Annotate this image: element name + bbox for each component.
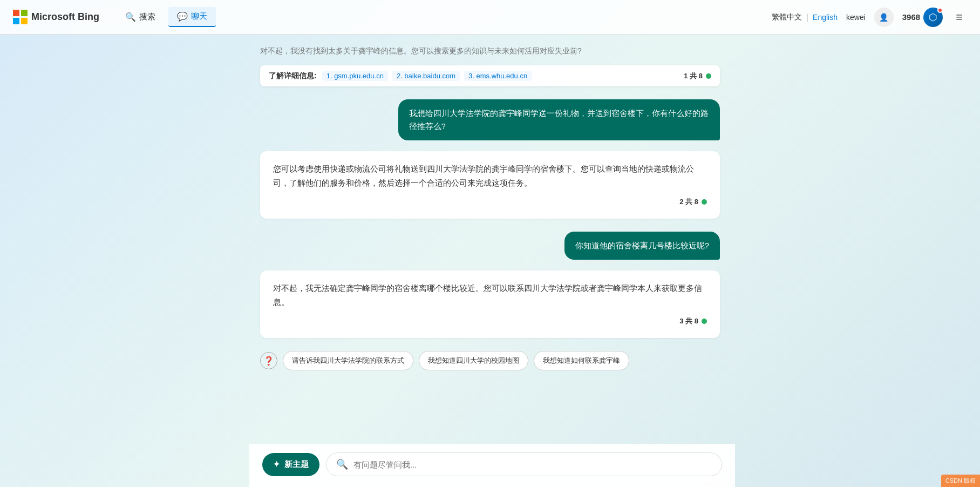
main-nav: 🔍 搜索 💬 聊天 [117, 7, 216, 27]
suggestion-3[interactable]: 我想知道如何联系龚宇峰 [534, 351, 629, 370]
suggestion-1[interactable]: 请告诉我四川大学法学院的联系方式 [283, 351, 413, 370]
input-area: ✦ 新主题 🔍 [249, 444, 735, 487]
chat-nav-icon: 💬 [177, 11, 188, 22]
chat-input-wrapper: 🔍 [326, 452, 722, 476]
score-badge[interactable]: 3968 ⬡ [902, 8, 943, 27]
count-text-3: 3 共 8 [679, 315, 698, 327]
header: Microsoft Bing 🔍 搜索 💬 聊天 繁體中文 | English … [0, 0, 980, 35]
status-dot-3 [702, 319, 707, 324]
notification-dot [937, 8, 943, 13]
suggestion-2[interactable]: 我想知道四川大学的校园地图 [419, 351, 528, 370]
logo: Microsoft Bing [13, 10, 99, 25]
chat-input[interactable] [353, 460, 712, 469]
avatar-icon: ⬡ [929, 11, 937, 23]
lang-english[interactable]: English [813, 13, 838, 22]
microsoft-logo-icon [13, 10, 28, 25]
input-search-icon: 🔍 [336, 458, 348, 470]
user-icon: 👤 [879, 13, 888, 22]
bot-message-footer-2: 3 共 8 [273, 315, 707, 327]
nav-chat-label: 聊天 [191, 11, 207, 22]
status-dot-1 [706, 73, 711, 79]
learn-more-label: 了解详细信息: [269, 71, 317, 81]
bot-message-2: 对不起，我无法确定龚宇峰同学的宿舍楼离哪个楼比较近。您可以联系四川大学法学院或者… [260, 270, 720, 338]
user-message-2: 你知道他的宿舍楼离几号楼比较近呢? [260, 232, 720, 260]
nav-search[interactable]: 🔍 搜索 [117, 8, 164, 26]
bot-message-text-1: 您可以考虑使用快递或物流公司将礼物送到四川大学法学院的龚宇峰同学的宿舍楼下。您可… [273, 164, 694, 187]
faded-message: 对不起，我没有找到太多关于龚宇峰的信息。您可以搜索更多的知识与未来如何活用对应失… [260, 45, 720, 57]
user-message-1: 我想给四川大学法学院的龚宇峰同学送一份礼物，并送到宿舍楼下，你有什么好的路径推荐… [260, 99, 720, 140]
count-text-2: 2 共 8 [679, 196, 698, 208]
user-account-button[interactable]: 👤 [874, 8, 894, 27]
learn-link-2[interactable]: 2. baike.baidu.com [392, 71, 460, 81]
new-topic-label: 新主题 [284, 459, 309, 470]
bot-message-1: 您可以考虑使用快递或物流公司将礼物送到四川大学法学院的龚宇峰同学的宿舍楼下。您可… [260, 151, 720, 219]
score-number: 3968 [902, 12, 920, 22]
learn-link-3[interactable]: 3. ems.whu.edu.cn [464, 71, 532, 81]
suggestions-row: ❓ 请告诉我四川大学法学院的联系方式 我想知道四川大学的校园地图 我想知道如何联… [260, 351, 720, 370]
language-switcher: 繁體中文 | English [772, 12, 838, 22]
username: kewei [846, 13, 866, 22]
message-count-1: 1 共 8 [684, 71, 711, 81]
hamburger-menu-button[interactable]: ≡ [951, 8, 967, 26]
chat-container: 对不起，我没有找到太多关于龚宇峰的信息。您可以搜索更多的知识与未来如何活用对应失… [247, 35, 733, 487]
lang-chinese[interactable]: 繁體中文 [772, 12, 802, 22]
header-right: 繁體中文 | English kewei 👤 3968 ⬡ ≡ [772, 8, 967, 27]
bot-message-footer-1: 2 共 8 [273, 196, 707, 208]
user-bubble-content-1: 我想给四川大学法学院的龚宇峰同学送一份礼物，并送到宿舍楼下，你有什么好的路径推荐… [398, 99, 720, 140]
suggestion-help-icon: ❓ [260, 352, 277, 369]
new-topic-button[interactable]: ✦ 新主题 [262, 453, 319, 476]
watermark: CSDN 版权 [941, 475, 980, 487]
learn-link-1[interactable]: 1. gsm.pku.edu.cn [322, 71, 388, 81]
count-text-1: 1 共 8 [684, 71, 703, 81]
bot-message-text-2: 对不起，我无法确定龚宇峰同学的宿舍楼离哪个楼比较近。您可以联系四川大学法学院或者… [273, 283, 702, 307]
lang-divider: | [806, 13, 808, 22]
nav-search-label: 搜索 [139, 12, 155, 22]
nav-chat[interactable]: 💬 聊天 [168, 7, 216, 27]
learn-more-links: 1. gsm.pku.edu.cn 2. baike.baidu.com 3. … [322, 71, 532, 81]
new-topic-icon: ✦ [273, 459, 280, 469]
learn-more-bar: 了解详细信息: 1. gsm.pku.edu.cn 2. baike.baidu… [260, 65, 720, 86]
brand-name: Microsoft Bing [31, 11, 99, 23]
status-dot-2 [702, 199, 707, 205]
avatar[interactable]: ⬡ [923, 8, 943, 27]
search-nav-icon: 🔍 [125, 12, 136, 22]
user-bubble-content-2: 你知道他的宿舍楼离几号楼比较近呢? [564, 232, 720, 260]
